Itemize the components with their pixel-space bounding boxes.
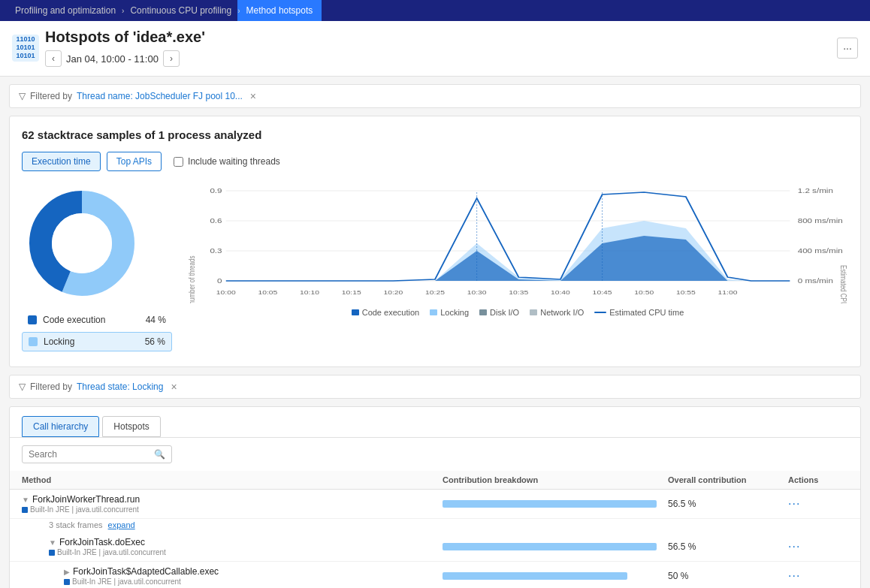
cl-label-network: Network I/O: [540, 308, 584, 317]
col-overall: Overall contribution: [668, 475, 788, 484]
svg-point-2: [52, 213, 112, 273]
more-button[interactable]: ···: [837, 38, 858, 59]
actions-1[interactable]: ···: [788, 540, 848, 553]
legend-pct-code: 44 %: [146, 315, 166, 325]
chart-legend: Code execution Locking Disk I/O Network …: [187, 308, 848, 317]
cl-label-disk: Disk I/O: [490, 308, 519, 317]
pkg-color-1: [49, 550, 55, 556]
tab-top-apis[interactable]: Top APIs: [107, 152, 162, 171]
actions-2[interactable]: ···: [788, 569, 848, 583]
legend-name-locking: Locking: [44, 336, 139, 347]
method-pkg-0: Built-In JRE | java.util.concurrent: [22, 505, 443, 514]
tab-call-hierarchy[interactable]: Call hierarchy: [22, 416, 99, 437]
search-icon: 🔍: [154, 449, 165, 460]
svg-text:10:10: 10:10: [300, 289, 319, 296]
filter-close-1[interactable]: ×: [250, 90, 256, 102]
donut-chart: [22, 183, 142, 303]
svg-text:Estimated CPU time: Estimated CPU time: [838, 265, 847, 303]
method-cell-1: ▼ ForkJoinTask.doExec Built-In JRE | jav…: [49, 537, 443, 556]
date-label: Jan 04, 10:00 - 11:00: [66, 53, 159, 65]
search-input[interactable]: [29, 449, 154, 460]
search-row: 🔍: [10, 438, 860, 471]
method-name-1: ForkJoinTask.doExec: [59, 537, 145, 547]
filter-bar-2: ▽ Filtered by Thread state: Locking ×: [9, 375, 861, 399]
tab-execution-time[interactable]: Execution time: [22, 152, 101, 171]
expand-toggle-0[interactable]: ▼: [22, 496, 29, 504]
svg-text:10:00: 10:00: [216, 289, 236, 296]
svg-text:10:35: 10:35: [509, 289, 528, 296]
overall-2: 50 %: [668, 571, 788, 581]
legend-code-execution[interactable]: Code execution 44 %: [22, 311, 172, 329]
legend-pct-locking: 56 %: [145, 336, 165, 347]
include-waiting-label[interactable]: Include waiting threads: [174, 156, 280, 167]
pkg-text-0: Built-In JRE | java.util.concurrent: [30, 505, 139, 514]
filter-icon-1: ▽: [19, 91, 26, 101]
svg-text:0: 0: [217, 277, 222, 285]
top-nav: Profiling and optimization › Continuous …: [0, 0, 870, 21]
method-cell-2: ▶ ForkJoinTask$AdaptedCallable.exec Buil…: [64, 566, 443, 586]
svg-text:10:15: 10:15: [342, 289, 361, 296]
svg-text:10:55: 10:55: [676, 289, 696, 296]
svg-text:11:00: 11:00: [718, 289, 738, 296]
date-next-button[interactable]: ›: [163, 50, 180, 67]
contribution-bar-2: [443, 572, 627, 580]
nav-item-hotspots[interactable]: Method hotspots: [237, 0, 322, 21]
cl-color-disk: [479, 309, 487, 315]
cl-estimated-cpu: Estimated CPU time: [594, 308, 684, 317]
nav-arrow-1: ›: [122, 7, 124, 15]
donut-area: Code execution 44 % Locking 56 %: [22, 183, 172, 354]
cl-code-execution: Code execution: [352, 308, 419, 317]
stack-frames-row: 3 stack frames expand: [10, 519, 860, 532]
pkg-color-2: [64, 579, 70, 585]
legend-color-code: [28, 315, 37, 324]
section-title: 62 stacktrace samples of 1 process analy…: [22, 128, 848, 141]
svg-text:0.3: 0.3: [210, 247, 222, 255]
include-waiting-text: Include waiting threads: [188, 156, 280, 167]
svg-text:10:40: 10:40: [551, 289, 570, 296]
date-prev-button[interactable]: ‹: [45, 50, 62, 67]
svg-text:0.9: 0.9: [210, 187, 222, 194]
table-header: Method Contribution breakdown Overall co…: [10, 471, 860, 490]
cl-label-code: Code execution: [362, 308, 419, 317]
cl-disk-io: Disk I/O: [479, 308, 519, 317]
method-row-0: ▼ ForkJoinWorkerThread.run: [22, 494, 443, 505]
include-waiting-checkbox[interactable]: [174, 157, 183, 167]
method-pkg-2: Built-In JRE | java.util.concurrent: [64, 577, 443, 586]
cl-label-locking: Locking: [440, 308, 469, 317]
actions-0[interactable]: ···: [788, 497, 848, 511]
expand-toggle-2[interactable]: ▶: [64, 568, 70, 576]
svg-text:1.2 s/min: 1.2 s/min: [798, 187, 833, 194]
nav-arrow-2: ›: [237, 7, 240, 15]
bar-cell-0: [443, 500, 668, 508]
header-content: Hotspots of 'idea*.exe' ‹ Jan 04, 10:00 …: [45, 29, 205, 67]
legend-name-code: Code execution: [43, 315, 140, 325]
logo-area: 110101010110101 Hotspots of 'idea*.exe' …: [12, 29, 205, 67]
chart-svg: 0.9 0.6 0.3 0 Average number of threads …: [187, 183, 848, 303]
logo-icon: 110101010110101: [12, 35, 39, 62]
filter-close-2[interactable]: ×: [171, 381, 177, 393]
cl-color-code: [352, 309, 359, 315]
svg-text:10:05: 10:05: [258, 289, 277, 296]
content-row: Code execution 44 % Locking 56 %: [22, 183, 848, 354]
svg-text:400 ms/min: 400 ms/min: [798, 247, 843, 255]
cl-color-locking: [430, 309, 437, 315]
nav-item-continuous[interactable]: Continuous CPU profiling: [121, 0, 240, 21]
legend-locking[interactable]: Locking 56 %: [22, 332, 172, 351]
page-title: Hotspots of 'idea*.exe': [45, 29, 205, 46]
method-name-0: ForkJoinWorkerThread.run: [32, 494, 140, 505]
cl-label-cpu: Estimated CPU time: [609, 308, 684, 317]
col-contribution: Contribution breakdown: [443, 475, 668, 484]
tab-hotspots[interactable]: Hotspots: [102, 416, 160, 437]
cl-network-io: Network I/O: [530, 308, 584, 317]
expand-toggle-1[interactable]: ▼: [49, 538, 56, 547]
svg-text:10:45: 10:45: [593, 289, 612, 296]
expand-link[interactable]: expand: [108, 520, 135, 529]
filter-value-2[interactable]: Thread state: Locking: [77, 381, 163, 392]
chart-area: 0.9 0.6 0.3 0 Average number of threads …: [187, 183, 848, 317]
method-row-1: ▼ ForkJoinTask.doExec: [49, 537, 443, 547]
svg-text:0.6: 0.6: [210, 217, 222, 225]
filter-value-1[interactable]: Thread name: JobScheduler FJ pool 10...: [77, 91, 243, 101]
overall-0: 56.5 %: [668, 499, 788, 509]
filter-bar-1: ▽ Filtered by Thread name: JobScheduler …: [9, 84, 861, 108]
nav-item-profiling[interactable]: Profiling and optimization: [6, 0, 125, 21]
